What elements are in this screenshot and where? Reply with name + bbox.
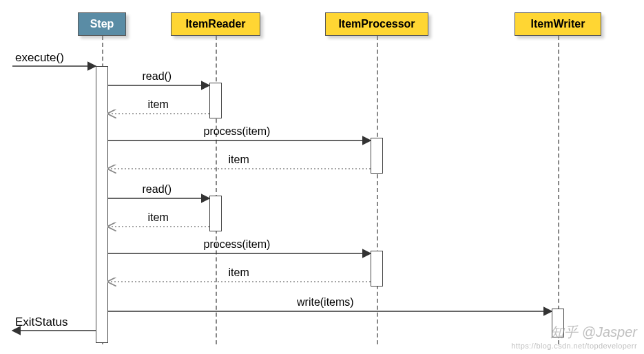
- message-label-read1_ret: item: [148, 98, 169, 111]
- participant-step: Step: [78, 12, 126, 36]
- activation-step: [96, 66, 108, 343]
- label-execute: execute(): [15, 51, 64, 65]
- message-label-proc2_call: process(item): [204, 238, 271, 251]
- message-label-write_call: write(items): [297, 296, 354, 309]
- lifeline-itemprocessor: [377, 36, 378, 344]
- activation-processor: [371, 138, 383, 174]
- participant-itemwriter: ItemWriter: [515, 12, 601, 36]
- participant-itemprocessor: ItemProcessor: [325, 12, 428, 36]
- lifeline-itemwriter: [558, 36, 559, 344]
- activation-reader: [209, 83, 222, 118]
- label-exitstatus: ExitStatus: [15, 315, 68, 329]
- message-label-proc2_ret: item: [229, 267, 249, 279]
- activation-reader: [209, 196, 222, 231]
- message-label-read2_call: read(): [143, 183, 172, 196]
- sequence-diagram: Step ItemReader ItemProcessor ItemWriter…: [0, 0, 644, 354]
- message-label-proc1_call: process(item): [204, 125, 271, 138]
- message-label-proc1_ret: item: [229, 154, 249, 166]
- activation-processor: [371, 251, 383, 287]
- message-label-read2_ret: item: [148, 211, 169, 224]
- message-label-read1_call: read(): [143, 70, 172, 83]
- participant-itemreader: ItemReader: [171, 12, 260, 36]
- activation-writer: [552, 309, 564, 337]
- watermark: 知乎 @Jasper https://blog.csdn.net/topdeve…: [511, 323, 637, 350]
